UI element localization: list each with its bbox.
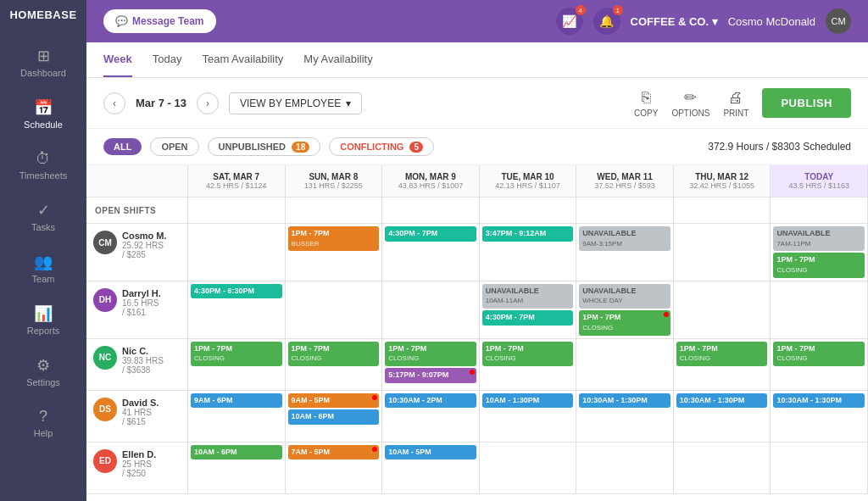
shift-block[interactable]: 10:30AM - 2PM [385,393,476,409]
shift-block[interactable]: 10:30AM - 1:30PM [579,393,670,409]
conflicting-badge: 5 [409,142,423,153]
shift-block[interactable]: 10:30AM - 1:30PM [773,393,865,409]
filter-open-button[interactable]: OPEN [150,137,198,156]
employee-row-darryl: DH Darryl H. 16.5 HRS/ $161 4:30PM - 6:3… [86,281,868,339]
next-week-button[interactable]: › [197,92,219,114]
open-shift-mon [382,198,480,223]
darryl-tue[interactable]: UNAVAILABLE10AM-11AM 4:30PM - 7PM [480,281,577,338]
nic-tue[interactable]: 1PM - 7PMCLOSING [480,339,577,390]
david-thu[interactable]: 10:30AM - 1:30PM [674,391,771,442]
copy-button[interactable]: ⎘ COPY [634,89,658,118]
sidebar-item-settings[interactable]: ⚙ Settings [0,346,86,398]
shift-block[interactable]: 10AM - 6PM [191,445,282,460]
shift-block[interactable]: 4:30PM - 7PM [385,226,476,242]
col-thu: THU, MAR 12 32.42 HRS / $1055 [674,165,771,197]
filter-conflicting-button[interactable]: CONFLICTING 5 [329,137,434,156]
activity-icon: 📈 [562,14,576,28]
filter-all-button[interactable]: ALL [103,138,142,155]
cosmo-today[interactable]: UNAVAILABLE7AM-11PM 1PM - 7PMCLOSING [771,224,868,281]
app-logo: HOMEBASE [3,8,83,21]
shift-unavail: UNAVAILABLEWHOLE DAY [579,284,670,309]
cosmo-sat [188,224,286,281]
tab-team-availability[interactable]: Team Availability [202,42,283,77]
tab-my-availability[interactable]: My Availability [303,42,372,77]
nic-sun[interactable]: 1PM - 7PMCLOSING [286,339,383,390]
sidebar-item-tasks[interactable]: ✓ Tasks [0,191,86,242]
shift-block[interactable]: 10:30AM - 1:30PM [676,393,768,409]
darryl-wed[interactable]: UNAVAILABLEWHOLE DAY 1PM - 7PMCLOSING [576,281,674,338]
open-shift-sat [188,198,286,223]
ellen-mon[interactable]: 10AM - 5PM [382,443,480,493]
ellen-sun[interactable]: 7AM - 5PM [286,443,383,493]
open-shifts-row: OPEN SHIFTS [86,198,868,224]
shift-block[interactable]: 1PM - 7PMCLOSING [288,342,380,366]
sidebar-item-timesheets[interactable]: ⏱ Timesheets [0,140,86,191]
cosmo-tue[interactable]: 3:47PM - 9:12AM [480,224,577,281]
avatar-nic: NC [93,346,117,370]
reports-icon: 📊 [34,304,53,323]
david-wed[interactable]: 10:30AM - 1:30PM [576,391,674,442]
open-shift-wed [576,198,674,223]
employee-info-darryl: DH Darryl H. 16.5 HRS/ $161 [86,281,188,338]
employee-info-nic: NC Nic C. 39.83 HRS/ $3638 [86,339,188,390]
shift-block[interactable]: 1PM - 7PMCLOSING [191,342,282,366]
cosmo-sun[interactable]: 1PM - 7PMBUSSER [286,224,383,281]
sidebar-item-dashboard[interactable]: ⊞ Dashboard [0,36,86,88]
nic-sat[interactable]: 1PM - 7PMCLOSING [188,339,286,390]
dashboard-icon: ⊞ [37,47,50,65]
shift-block[interactable]: 4:30PM - 7PM [482,310,574,326]
shift-block[interactable]: 1PM - 7PMCLOSING [773,342,865,366]
cosmo-mon[interactable]: 4:30PM - 7PM [382,224,480,281]
shift-block[interactable]: 5:17PM - 9:07PM [385,368,476,383]
print-button[interactable]: 🖨 PRINT [723,89,748,118]
avatar-david: DS [93,398,117,421]
open-shift-thu [674,198,771,223]
david-sun[interactable]: 9AM - 5PM 10AM - 6PM [286,391,383,442]
david-mon[interactable]: 10:30AM - 2PM [382,391,480,442]
shift-block[interactable]: 3:47PM - 9:12AM [482,226,574,242]
david-today[interactable]: 10:30AM - 1:30PM [771,391,868,442]
shift-block[interactable]: 9AM - 6PM [191,393,282,409]
shift-block[interactable]: 7AM - 5PM [288,445,380,460]
shift-block[interactable]: 4:30PM - 6:30PM [191,284,282,299]
shift-block[interactable]: 1PM - 7PMCLOSING [676,342,768,366]
shift-block[interactable]: 10AM - 5PM [385,445,476,460]
view-by-select[interactable]: VIEW BY EMPLOYEE ▾ [229,92,362,114]
shift-block[interactable]: 1PM - 7PMCLOSING [482,342,574,366]
user-avatar[interactable]: CM [826,8,851,34]
shift-block[interactable]: 1PM - 7PMCLOSING [385,342,476,366]
sidebar-item-reports[interactable]: 📊 Reports [0,294,86,346]
publish-button[interactable]: PUBLISH [762,88,851,118]
employee-row-ellen: ED Ellen D. 25 HRS/ $250 10AM - 6PM 7AM … [86,443,868,494]
prev-week-button[interactable]: ‹ [103,92,125,114]
activity-button[interactable]: 📈 4 [556,8,583,35]
schedule-grid: SAT, MAR 7 42.5 HRS / $1124 SUN, MAR 8 1… [86,165,868,494]
shift-block[interactable]: 1PM - 7PMCLOSING [579,310,670,335]
sidebar-item-team[interactable]: 👥 Team [0,242,86,294]
nic-mon[interactable]: 1PM - 7PMCLOSING 5:17PM - 9:07PM [382,339,480,390]
shift-block[interactable]: 1PM - 7PMBUSSER [288,226,380,251]
david-tue[interactable]: 10AM - 1:30PM [480,391,577,442]
filter-unpublished-button[interactable]: UNPUBLISHED 18 [208,137,321,156]
cosmo-wed[interactable]: UNAVAILABLE9AM-3:15PM [576,224,674,281]
shift-block[interactable]: 10AM - 1:30PM [482,393,574,409]
options-button[interactable]: ✏ OPTIONS [671,88,709,118]
tab-today[interactable]: Today [153,42,182,77]
schedule-content: ‹ Mar 7 - 13 › VIEW BY EMPLOYEE ▾ ⎘ COPY… [86,78,868,501]
david-sat[interactable]: 9AM - 6PM [188,391,286,442]
header-left: 💬 Message Team [103,9,216,33]
sidebar-item-help[interactable]: ? Help [0,398,86,448]
sidebar-item-schedule[interactable]: 📅 Schedule [0,88,86,140]
shift-block[interactable]: 10AM - 6PM [288,409,380,425]
message-team-button[interactable]: 💬 Message Team [103,9,216,33]
nic-today[interactable]: 1PM - 7PMCLOSING [771,339,868,390]
nic-thu[interactable]: 1PM - 7PMCLOSING [674,339,771,390]
shift-block[interactable]: 9AM - 5PM [288,393,380,409]
shift-block[interactable]: 1PM - 7PMCLOSING [773,253,865,277]
tab-week[interactable]: Week [103,42,132,77]
darryl-sat[interactable]: 4:30PM - 6:30PM [188,281,286,338]
notification-button[interactable]: 🔔 1 [593,8,620,35]
ellen-sat[interactable]: 10AM - 6PM [188,443,286,493]
company-selector[interactable]: COFFEE & CO. ▾ [631,15,718,28]
shift-unavail: UNAVAILABLE10AM-11AM [482,284,574,309]
